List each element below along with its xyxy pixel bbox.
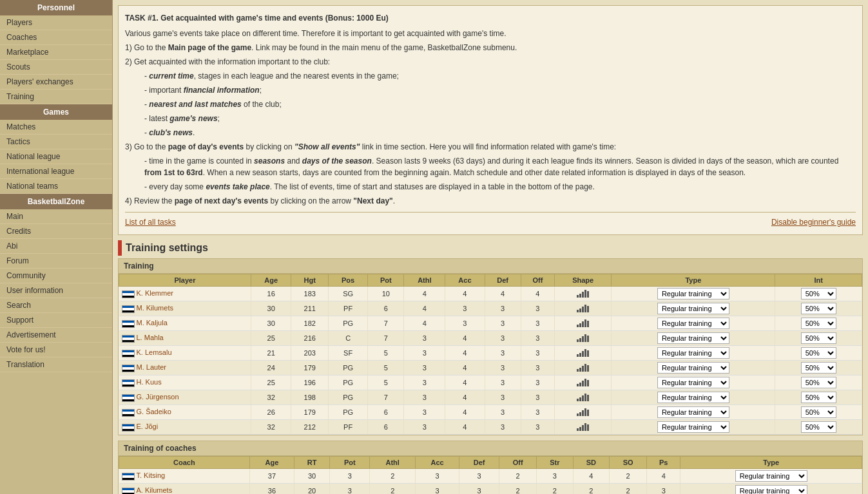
training-section-label: Training xyxy=(119,259,862,274)
main-content: TASK #1. Get acquainted with game's time… xyxy=(113,0,868,494)
player-stat: 32 xyxy=(251,390,291,405)
flag-icon xyxy=(122,290,135,298)
player-type-select[interactable]: Regular trainingIndividual trainingRest xyxy=(657,421,729,433)
player-name-link[interactable]: E. Jõgi xyxy=(137,423,159,430)
coach-name-link[interactable]: T. Kitsing xyxy=(137,471,166,479)
player-int-cell[interactable]: 50%60%70%80%90%100% xyxy=(775,420,862,435)
player-type-cell[interactable]: Regular trainingIndividual trainingRest xyxy=(612,287,775,301)
player-type-cell[interactable]: Regular trainingIndividual trainingRest xyxy=(612,346,775,361)
player-int-select[interactable]: 50%60%70%80%90%100% xyxy=(801,288,836,299)
list-all-tasks-link[interactable]: List of all tasks xyxy=(125,216,176,228)
player-type-cell[interactable]: Regular trainingIndividual trainingRest xyxy=(612,420,775,435)
player-int-cell[interactable]: 50%60%70%80%90%100% xyxy=(775,390,862,405)
sidebar-item-search[interactable]: Search xyxy=(0,298,112,313)
player-type-cell[interactable]: Regular trainingIndividual trainingRest xyxy=(612,375,775,390)
player-type-select[interactable]: Regular trainingIndividual trainingRest xyxy=(657,288,729,299)
player-int-select[interactable]: 50%60%70%80%90%100% xyxy=(801,392,836,403)
player-int-select[interactable]: 50%60%70%80%90%100% xyxy=(801,332,836,344)
player-int-cell[interactable]: 50%60%70%80%90%100% xyxy=(775,287,862,301)
player-name-link[interactable]: K. Lemsalu xyxy=(137,348,172,356)
disable-guide-link[interactable]: Disable beginner's guide xyxy=(771,216,856,228)
player-stat: 3 xyxy=(521,375,554,390)
player-name-link[interactable]: G. Jürgenson xyxy=(137,393,179,401)
player-type-cell[interactable]: Regular trainingIndividual trainingRest xyxy=(612,405,775,420)
player-int-select[interactable]: 50%60%70%80%90%100% xyxy=(801,406,836,418)
player-int-select[interactable]: 50%60%70%80%90%100% xyxy=(801,303,836,314)
player-type-select[interactable]: Regular trainingIndividual trainingRest xyxy=(657,318,729,329)
player-int-select[interactable]: 50%60%70%80%90%100% xyxy=(801,362,836,374)
coach-type-select[interactable]: Regular trainingIndividual trainingRest xyxy=(735,470,807,482)
player-stat: 3 xyxy=(445,301,485,316)
player-int-cell[interactable]: 50%60%70%80%90%100% xyxy=(775,316,862,331)
sidebar-item-vote-for-us[interactable]: Vote for us! xyxy=(0,343,112,357)
sidebar-item-international-league[interactable]: International league xyxy=(0,164,112,179)
coach-name-link[interactable]: A. Kilumets xyxy=(137,486,173,494)
player-type-select[interactable]: Regular trainingIndividual trainingRest xyxy=(657,362,729,374)
sidebar-item-support[interactable]: Support xyxy=(0,313,112,328)
sidebar-item-national-teams[interactable]: National teams xyxy=(0,179,112,194)
sidebar-item-user-information[interactable]: User information xyxy=(0,283,112,298)
player-type-cell[interactable]: Regular trainingIndividual trainingRest xyxy=(612,316,775,331)
sidebar-item-translation[interactable]: Translation xyxy=(0,357,112,372)
sidebar-item-players[interactable]: Players xyxy=(0,15,112,30)
player-type-select[interactable]: Regular trainingIndividual trainingRest xyxy=(657,406,729,418)
sidebar-item-matches[interactable]: Matches xyxy=(0,120,112,135)
player-int-cell[interactable]: 50%60%70%80%90%100% xyxy=(775,375,862,390)
coach-stat: 2 xyxy=(499,484,537,495)
player-int-cell[interactable]: 50%60%70%80%90%100% xyxy=(775,331,862,346)
sidebar-item-tactics[interactable]: Tactics xyxy=(0,135,112,149)
sidebar-item-scouts[interactable]: Scouts xyxy=(0,60,112,75)
coach-type-select[interactable]: Regular trainingIndividual trainingRest xyxy=(735,485,807,494)
sidebar-item-main[interactable]: Main xyxy=(0,209,112,224)
player-int-select[interactable]: 50%60%70%80%90%100% xyxy=(801,421,836,433)
player-name-link[interactable]: M. Lauter xyxy=(137,363,166,371)
player-type-select[interactable]: Regular trainingIndividual trainingRest xyxy=(657,303,729,314)
player-type-select[interactable]: Regular trainingIndividual trainingRest xyxy=(657,392,729,403)
sidebar-item-national-league[interactable]: National league xyxy=(0,149,112,164)
player-int-select[interactable]: 50%60%70%80%90%100% xyxy=(801,318,836,329)
player-stat: 179 xyxy=(291,405,328,420)
player-type-select[interactable]: Regular trainingIndividual trainingRest xyxy=(657,332,729,344)
sidebar-item-advertisement[interactable]: Advertisement xyxy=(0,328,112,343)
sidebar-item-community[interactable]: Community xyxy=(0,269,112,283)
player-stat: 182 xyxy=(291,316,328,331)
player-int-cell[interactable]: 50%60%70%80%90%100% xyxy=(775,405,862,420)
col-coach: Coach xyxy=(119,457,250,469)
sidebar-item-training[interactable]: Training xyxy=(0,90,112,104)
sidebar-item-abi[interactable]: Abi xyxy=(0,239,112,254)
player-stat: 3 xyxy=(485,346,521,361)
player-type-select[interactable]: Regular trainingIndividual trainingRest xyxy=(657,347,729,359)
sidebar-item-marketplace[interactable]: Marketplace xyxy=(0,45,112,60)
player-name-link[interactable]: M. Kilumets xyxy=(137,304,173,312)
player-type-cell[interactable]: Regular trainingIndividual trainingRest xyxy=(612,301,775,316)
coach-type-cell[interactable]: Regular trainingIndividual trainingRest xyxy=(680,484,862,495)
player-stat: 3 xyxy=(521,301,554,316)
player-stat: 30 xyxy=(251,301,291,316)
player-name-link[interactable]: M. Kaljula xyxy=(137,319,168,327)
coach-stat: 2 xyxy=(370,469,416,484)
player-type-cell[interactable]: Regular trainingIndividual trainingRest xyxy=(612,361,775,375)
player-name-link[interactable]: L. Mahla xyxy=(137,334,164,341)
player-int-select[interactable]: 50%60%70%80%90%100% xyxy=(801,347,836,359)
coach-stat: 2 xyxy=(610,484,647,495)
coach-stat: 20 xyxy=(294,484,330,495)
player-int-cell[interactable]: 50%60%70%80%90%100% xyxy=(775,361,862,375)
sidebar-item-forum[interactable]: Forum xyxy=(0,254,112,269)
sidebar-item-players-exchanges[interactable]: Players' exchanges xyxy=(0,75,112,90)
player-stat: 211 xyxy=(291,301,328,316)
training-settings-header: Training settings xyxy=(118,240,863,256)
player-int-select[interactable]: 50%60%70%80%90%100% xyxy=(801,377,836,388)
player-name-link[interactable]: H. Kuus xyxy=(137,378,162,386)
player-type-cell[interactable]: Regular trainingIndividual trainingRest xyxy=(612,390,775,405)
flag-icon xyxy=(122,350,135,357)
coach-type-cell[interactable]: Regular trainingIndividual trainingRest xyxy=(680,469,862,484)
sidebar-item-credits[interactable]: Credits xyxy=(0,224,112,239)
player-type-select[interactable]: Regular trainingIndividual trainingRest xyxy=(657,377,729,388)
sidebar-item-coaches[interactable]: Coaches xyxy=(0,30,112,45)
player-name-link[interactable]: G. Šadeiko xyxy=(137,408,171,415)
player-shape xyxy=(555,287,612,301)
player-int-cell[interactable]: 50%60%70%80%90%100% xyxy=(775,301,862,316)
player-name-link[interactable]: K. Klemmer xyxy=(137,289,173,297)
player-type-cell[interactable]: Regular trainingIndividual trainingRest xyxy=(612,331,775,346)
player-int-cell[interactable]: 50%60%70%80%90%100% xyxy=(775,346,862,361)
